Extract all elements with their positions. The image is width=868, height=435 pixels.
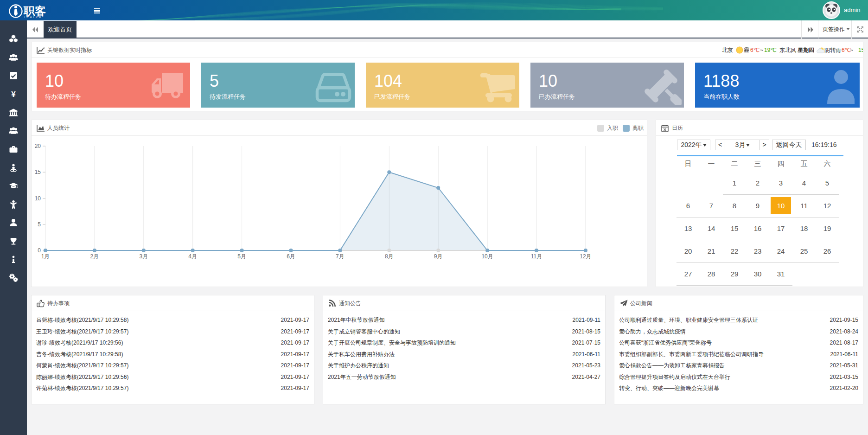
svg-text:6月: 6月 — [287, 253, 295, 260]
svg-text:9月: 9月 — [434, 253, 443, 260]
svg-text:3月: 3月 — [139, 253, 148, 260]
svg-text:10: 10 — [35, 195, 41, 202]
svg-text:11月: 11月 — [531, 253, 542, 260]
svg-text:5月: 5月 — [237, 253, 246, 260]
svg-text:15: 15 — [35, 169, 41, 175]
svg-text:12月: 12月 — [580, 253, 591, 260]
svg-text:2月: 2月 — [90, 253, 99, 260]
svg-text:0: 0 — [38, 247, 41, 254]
svg-text:5: 5 — [38, 221, 41, 228]
svg-text:1月: 1月 — [41, 253, 50, 260]
svg-text:10月: 10月 — [481, 253, 493, 260]
svg-text:8月: 8月 — [385, 253, 394, 260]
svg-text:20: 20 — [35, 143, 41, 149]
svg-text:4月: 4月 — [188, 253, 197, 260]
svg-text:IZHIKE: IZHIKE — [24, 16, 43, 19]
svg-text:7月: 7月 — [336, 253, 345, 260]
svg-text:¥: ¥ — [11, 90, 16, 99]
svg-text:职客: 职客 — [23, 5, 46, 17]
